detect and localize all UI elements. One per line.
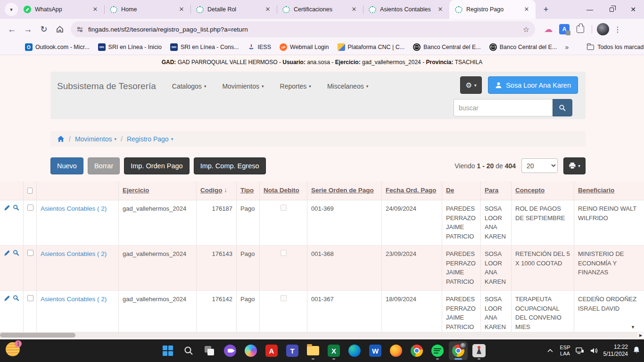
forward-icon[interactable]: → <box>20 21 36 37</box>
address-bar[interactable]: fingads.net/sf2/tesoreria/registro_pago_… <box>71 21 535 37</box>
bookmark-cnc[interactable]: Plataforma CNC | C... <box>333 41 409 53</box>
close-window-button[interactable]: ✕ <box>622 0 644 19</box>
imp-comp-egreso-button[interactable]: Imp. Comp. Egreso <box>194 157 266 174</box>
header-codigo[interactable]: Codigo ↓ <box>197 181 237 200</box>
settings-gear-button[interactable]: ⚙▾ <box>460 76 482 94</box>
bookmark-webmail[interactable]: cP Webmail Login <box>275 41 333 53</box>
menu-movimientos[interactable]: Movimientos▾ <box>222 82 264 90</box>
task-view-button[interactable] <box>200 341 219 360</box>
tray-chevron-up-icon[interactable] <box>545 347 555 354</box>
taskbar-search-button[interactable] <box>179 341 198 360</box>
menu-catalogos[interactable]: Catalogos▾ <box>172 82 206 90</box>
print-button[interactable]: ▾ <box>563 157 586 174</box>
scrollbar-thumb[interactable] <box>0 333 75 337</box>
apps-grid-icon[interactable] <box>8 43 9 51</box>
start-button[interactable] <box>158 341 177 360</box>
acrobat-app[interactable]: A <box>262 341 281 360</box>
header-de[interactable]: De <box>442 181 481 200</box>
language-indicator[interactable]: ESP LAA <box>560 345 570 357</box>
breadcrumb-registro-pago[interactable]: Registro Pago▾ <box>127 135 173 143</box>
nota-debito-checkbox[interactable] <box>281 250 287 256</box>
teams-app[interactable]: T <box>283 341 302 360</box>
tab-close-icon[interactable]: ✕ <box>436 5 445 14</box>
user-button[interactable]: Sosa Loor Ana Karen <box>488 76 578 94</box>
volume-icon[interactable] <box>589 346 599 355</box>
copilot-app[interactable] <box>241 341 260 360</box>
tab-search-button[interactable]: ▾ <box>5 3 18 16</box>
tab-home[interactable]: Home ✕ <box>104 0 190 19</box>
url-text[interactable]: fingads.net/sf2/tesoreria/registro_pago_… <box>88 26 518 33</box>
profile-avatar[interactable] <box>597 23 609 35</box>
page-size-select[interactable]: 20 <box>521 158 558 173</box>
reload-icon[interactable]: ↻ <box>36 21 52 37</box>
edge-app[interactable] <box>345 341 364 360</box>
chrome-app[interactable] <box>407 341 426 360</box>
chrome-active-app[interactable] <box>449 341 468 360</box>
header-ejercicio[interactable]: Ejercicio <box>119 181 197 200</box>
edit-pencil-icon[interactable] <box>4 204 11 211</box>
spotify-app[interactable] <box>428 341 447 360</box>
tab-certificaciones[interactable]: Certificaciones ✕ <box>277 0 363 19</box>
search-input[interactable] <box>454 99 553 116</box>
menu-reportes[interactable]: Reportes▾ <box>280 82 311 90</box>
java-app[interactable] <box>470 341 488 360</box>
browser-home-icon[interactable] <box>52 21 68 37</box>
tab-close-icon[interactable]: ✕ <box>522 5 531 14</box>
nota-debito-checkbox[interactable] <box>281 295 287 301</box>
edit-pencil-icon[interactable] <box>4 295 11 302</box>
asientos-contables-link[interactable]: Asientos Contables ( 2) <box>41 296 107 303</box>
tab-asientos-contables[interactable]: Asientos Contables ✕ <box>363 0 449 19</box>
word-app[interactable]: W <box>366 341 385 360</box>
notifications-bell-icon[interactable] <box>633 346 640 355</box>
restore-button[interactable] <box>601 0 622 19</box>
header-nota-debito[interactable]: Nota Debito <box>260 181 307 200</box>
view-magnifier-icon[interactable] <box>13 249 20 256</box>
bookmark-sri-consultas[interactable]: SRI SRI en Línea - Cons... <box>166 41 243 53</box>
video-app[interactable] <box>221 341 239 360</box>
minimize-button[interactable]: — <box>579 0 601 19</box>
nota-debito-checkbox[interactable] <box>281 205 287 211</box>
clock[interactable]: 12:22 5/11/2024 <box>603 344 628 358</box>
all-bookmarks-button[interactable]: Todos los marcadores <box>583 42 644 52</box>
site-settings-icon[interactable] <box>76 26 83 33</box>
header-concepto[interactable]: Concepto <box>512 181 574 200</box>
tab-registro-pago[interactable]: Registro Pago ✕ <box>449 0 536 19</box>
tab-close-icon[interactable]: ✕ <box>350 5 358 14</box>
bookmark-banco-central-2[interactable]: Banco Central del E... <box>485 41 561 53</box>
bookmark-iess[interactable]: IESS <box>243 41 276 53</box>
scroll-down-arrow[interactable]: ▼ <box>631 325 635 329</box>
asientos-contables-link[interactable]: Asientos Contables ( 2) <box>41 205 107 212</box>
edit-pencil-icon[interactable] <box>4 249 11 256</box>
nuevo-button[interactable]: Nuevo <box>50 157 83 174</box>
tab-close-icon[interactable]: ✕ <box>264 5 272 14</box>
header-fecha[interactable]: Fecha Ord. Pago <box>382 181 442 200</box>
view-magnifier-icon[interactable] <box>13 295 20 302</box>
scroll-right-arrow[interactable]: ▶ <box>637 332 644 338</box>
row-checkbox[interactable] <box>27 250 33 256</box>
header-tipo[interactable]: Tipo <box>237 181 260 200</box>
imp-orden-pago-button[interactable]: Imp. Orden Pago <box>124 157 189 174</box>
row-checkbox[interactable] <box>27 295 33 301</box>
menu-miscelaneos[interactable]: Miscelaneos▾ <box>327 82 368 90</box>
tab-close-icon[interactable]: ✕ <box>91 5 99 14</box>
network-icon[interactable] <box>575 346 585 355</box>
search-button[interactable] <box>553 99 572 116</box>
bookmark-star-icon[interactable]: ☆ <box>523 25 529 34</box>
excel-app[interactable]: X <box>324 341 343 360</box>
cloud-extension-icon[interactable]: ☁ <box>542 23 555 36</box>
extensions-puzzle-icon[interactable] <box>574 23 587 36</box>
new-tab-button[interactable]: + <box>539 3 553 16</box>
header-beneficiario[interactable]: Beneficiario <box>574 181 644 200</box>
bookmark-banco-central-1[interactable]: Banco Central del E... <box>409 41 485 53</box>
bookmarks-overflow-icon[interactable]: » <box>561 43 572 51</box>
select-all-checkbox[interactable] <box>27 188 33 194</box>
file-explorer-app[interactable] <box>304 341 322 360</box>
borrar-button[interactable]: Borrar <box>88 157 120 174</box>
home-icon[interactable] <box>57 135 65 142</box>
tab-close-icon[interactable]: ✕ <box>177 5 186 14</box>
asientos-contables-link[interactable]: Asientos Contables ( 2) <box>41 250 107 257</box>
back-icon[interactable]: ← <box>4 21 20 37</box>
bookmark-outlook[interactable]: O Outlook.com - Micr... <box>21 41 94 53</box>
firefox-app[interactable] <box>387 341 405 360</box>
header-serie[interactable]: Serie Orden de Pago <box>307 181 382 200</box>
